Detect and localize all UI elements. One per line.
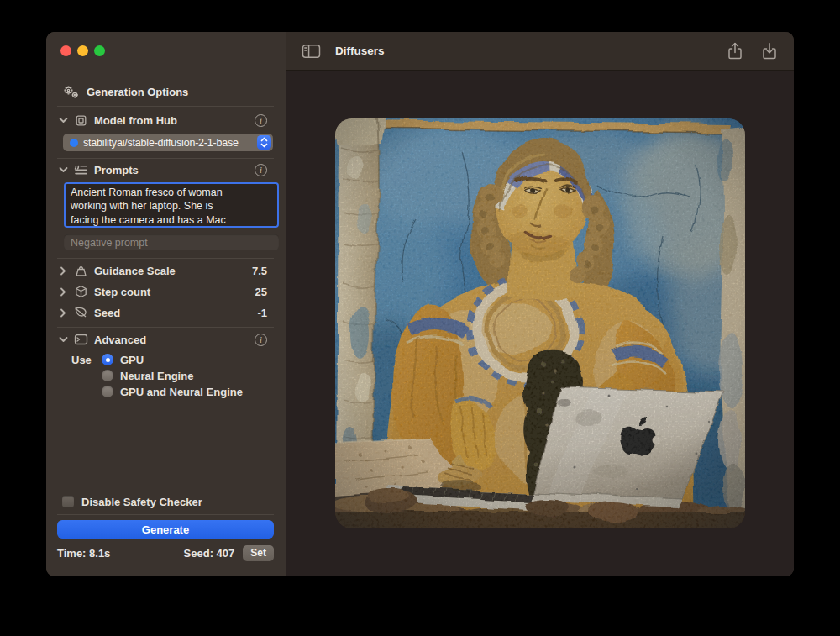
status-bar: Time: 8.1s Seed: 407 Set [57, 544, 274, 561]
divider [57, 258, 274, 259]
window-controls [60, 45, 105, 56]
model-section-header[interactable]: Model from Hub i [57, 112, 274, 129]
app-title: Diffusers [335, 45, 385, 57]
generated-image[interactable] [335, 118, 745, 528]
divider [57, 158, 274, 159]
set-seed-button[interactable]: Set [243, 545, 274, 561]
main-panel: Diffusers [286, 32, 794, 576]
neural-engine-option-label: Neural Engine [120, 370, 193, 382]
close-window-button[interactable] [60, 45, 71, 56]
share-icon[interactable] [727, 42, 743, 60]
step-count-row[interactable]: Step count 25 [57, 283, 274, 300]
gears-icon [62, 85, 80, 99]
sidebar-title-label: Generation Options [87, 86, 188, 98]
info-icon[interactable]: i [255, 114, 267, 127]
generate-button[interactable]: Generate [57, 520, 274, 539]
seed-row[interactable]: Seed -1 [57, 304, 274, 321]
generation-time: Time: 8.1s [57, 547, 110, 560]
sidebar-title: Generation Options [62, 84, 188, 99]
model-status-dot [70, 139, 78, 147]
advanced-section-label: Advanced [94, 334, 146, 346]
last-seed: Seed: 407 [184, 547, 235, 560]
guidance-scale-value: 7.5 [252, 265, 267, 277]
gpu-option-label: GPU [120, 354, 144, 366]
disable-safety-checker-label: Disable Safety Checker [81, 496, 202, 508]
quote-icon [72, 164, 89, 176]
prompts-section-header[interactable]: Prompts i [57, 161, 274, 178]
radio-gpu-and-neural-engine[interactable] [102, 386, 113, 397]
scale-weight-icon [72, 265, 89, 277]
radio-neural-engine[interactable] [102, 370, 113, 381]
chevron-down-icon[interactable] [57, 166, 69, 173]
negative-prompt-input[interactable]: Negative prompt [64, 234, 279, 250]
chevron-right-icon[interactable] [57, 266, 69, 276]
download-icon[interactable] [762, 42, 777, 60]
compute-unit-option-gpu-and-neural-engine[interactable]: GPU and Neural Engine [71, 385, 243, 398]
seed-value: -1 [257, 307, 267, 319]
info-icon[interactable]: i [255, 164, 267, 176]
advanced-section-header[interactable]: Advanced i [57, 331, 274, 348]
model-section-label: Model from Hub [94, 114, 177, 127]
minimize-window-button[interactable] [77, 45, 88, 56]
model-dropdown[interactable]: stabilityai/stable-diffusion-2-1-base [63, 134, 273, 151]
divider [57, 327, 274, 328]
prompt-textarea[interactable]: Ancient Roman fresco of woman working wi… [64, 182, 279, 228]
compute-unit-option-neural-engine[interactable]: Neural Engine [71, 369, 193, 382]
cpu-icon [72, 113, 89, 128]
divider [57, 106, 274, 107]
sidebar: Generation Options Model from Hub i stab… [46, 32, 286, 576]
prompts-section-label: Prompts [94, 164, 139, 176]
gpu-and-neural-engine-option-label: GPU and Neural Engine [120, 386, 243, 398]
info-icon[interactable]: i [255, 334, 267, 346]
chevron-right-icon[interactable] [57, 287, 69, 297]
leaf-icon [72, 307, 89, 318]
divider [57, 514, 274, 515]
seed-label: Seed [94, 307, 120, 319]
chevron-down-icon[interactable] [57, 336, 69, 343]
chevron-down-icon[interactable] [57, 117, 69, 124]
model-dropdown-value: stabilityai/stable-diffusion-2-1-base [83, 137, 257, 149]
dropdown-stepper-icon[interactable] [257, 135, 271, 150]
disable-safety-checker-checkbox[interactable] [62, 496, 74, 507]
image-canvas [286, 71, 794, 576]
zoom-window-button[interactable] [94, 45, 105, 56]
disable-safety-checker-row[interactable]: Disable Safety Checker [62, 494, 202, 509]
radio-gpu[interactable] [102, 354, 113, 365]
compute-unit-option-gpu[interactable]: Use GPU [71, 353, 144, 366]
sidebar-toggle-icon[interactable] [302, 44, 321, 59]
use-label: Use [71, 354, 95, 366]
step-count-label: Step count [94, 286, 150, 298]
guidance-scale-label: Guidance Scale [94, 265, 176, 277]
cube-icon [72, 285, 89, 298]
chevron-right-icon[interactable] [57, 308, 69, 318]
guidance-scale-row[interactable]: Guidance Scale 7.5 [57, 262, 274, 279]
step-count-value: 25 [255, 286, 267, 298]
app-window: Generation Options Model from Hub i stab… [46, 32, 794, 576]
titlebar: Diffusers [286, 32, 794, 71]
terminal-icon [72, 334, 89, 345]
